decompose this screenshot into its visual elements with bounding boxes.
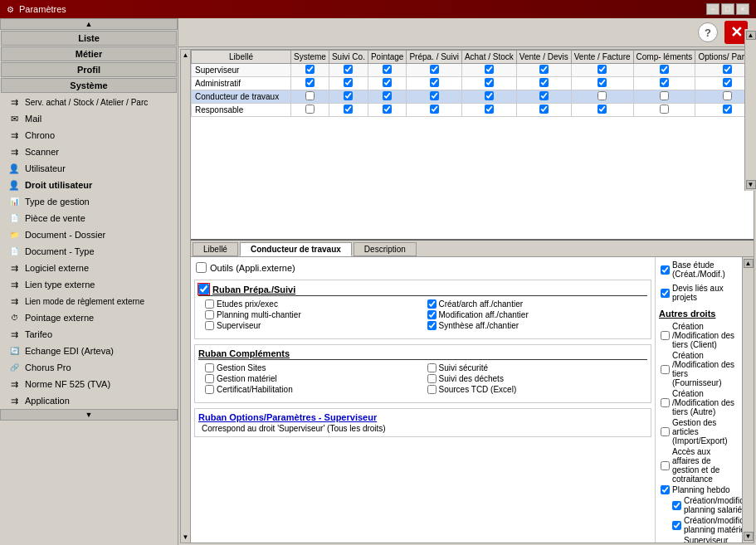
sidebar-item-mail[interactable]: ✉ Mail <box>0 110 178 127</box>
check-superviseur-systeme[interactable] <box>305 65 315 74</box>
check-creation-fournisseur-input[interactable] <box>661 365 670 374</box>
check-cond-systeme[interactable] <box>305 91 315 100</box>
ruban-complements-section: Ruban Compléments Gestion Sites <box>194 344 651 403</box>
left-scroll-up[interactable]: ▲ <box>183 51 189 59</box>
sidebar-scroll-up[interactable]: ▲ <box>0 18 178 30</box>
check-cond-pointage[interactable] <box>383 91 392 100</box>
sidebar-item-scanner[interactable]: ⇉ Scanner <box>0 144 178 160</box>
sidebar-item-utilisateur[interactable]: 👤 Utilisateur <box>0 160 178 177</box>
sidebar-item-piece-vente[interactable]: 📄 Pièce de vente <box>0 210 178 226</box>
sidebar-item-pointage-externe[interactable]: ⏱ Pointage externe <box>0 309 178 326</box>
check-admin-pointage[interactable] <box>383 78 392 87</box>
tab-description[interactable]: Description <box>354 242 417 256</box>
check-superviseur-vente-devis[interactable] <box>539 65 549 74</box>
check-cond-achat[interactable] <box>485 91 494 100</box>
sidebar-item-echange-edi[interactable]: 🔄 Echange EDI (Arteva) <box>0 343 178 359</box>
right-scroll-down[interactable]: ▼ <box>744 532 754 541</box>
sidebar-item-norme-nf[interactable]: ⇉ Norme NF 525 (TVA) <box>0 376 178 392</box>
check-resp-achat[interactable] <box>485 105 494 114</box>
tab-libelle[interactable]: Libellé <box>193 242 238 256</box>
check-creation-client-input[interactable] <box>661 331 670 340</box>
check-admin-suivico[interactable] <box>344 78 353 87</box>
check-planning-multi-input[interactable] <box>205 310 214 319</box>
sidebar-item-droit-utilisateur[interactable]: 👤 Droit utilisateur <box>0 177 178 193</box>
check-admin-achat[interactable] <box>485 78 494 87</box>
minimize-button[interactable]: − <box>706 3 719 15</box>
sidebar-item-chorus-pro[interactable]: 🔗 Chorus Pro <box>0 359 178 376</box>
sidebar-item-lien-mode[interactable]: ⇉ Lien mode de règlement externe <box>0 293 178 309</box>
check-creation-salarie-input[interactable] <box>672 501 681 510</box>
check-acces-affaires-input[interactable] <box>661 461 670 470</box>
check-gestion-articles-input[interactable] <box>661 427 670 436</box>
check-superviseur-prepa[interactable] <box>430 65 439 74</box>
check-modif-aff-input[interactable] <box>427 310 437 319</box>
help-button[interactable]: ? <box>698 22 718 42</box>
check-admin-systeme[interactable] <box>305 78 315 87</box>
sidebar-item-type-gestion[interactable]: 📊 Type de gestion <box>0 193 178 210</box>
sidebar-section-profil[interactable]: Profil <box>1 62 177 77</box>
ruban-prepa-checkbox[interactable] <box>198 284 209 294</box>
sidebar-section-liste[interactable]: Liste <box>1 31 177 46</box>
check-etudes-input[interactable] <box>205 299 214 309</box>
check-sources-tcd-input[interactable] <box>427 385 437 394</box>
check-gestion-sites-input[interactable] <box>205 363 214 372</box>
tab-conducteur[interactable]: Conducteur de travaux <box>240 242 352 256</box>
check-synthese-aff-input[interactable] <box>427 321 437 330</box>
check-resp-comp[interactable] <box>660 105 669 114</box>
tools-checkbox[interactable] <box>196 262 207 273</box>
check-resp-suivico[interactable] <box>344 105 353 114</box>
check-devis-projets-input[interactable] <box>661 289 670 298</box>
check-cond-suivico[interactable] <box>344 91 353 100</box>
check-resp-systeme[interactable] <box>305 105 315 114</box>
check-suivi-securite-input[interactable] <box>427 363 437 372</box>
check-superviseur-achat[interactable] <box>485 65 494 74</box>
check-superviseur-suivico[interactable] <box>344 65 353 74</box>
ruban-options-title[interactable]: Ruban Options/Paramètres - Superviseur <box>198 412 647 422</box>
sidebar-section-systeme[interactable]: Système <box>1 78 177 93</box>
check-resp-prepa[interactable] <box>430 105 439 114</box>
check-creation-autre-input[interactable] <box>661 398 670 407</box>
check-cond-vente-devis[interactable] <box>539 91 549 100</box>
check-resp-pointage[interactable] <box>383 105 392 114</box>
check-superviseur-vente-fact[interactable] <box>597 65 607 74</box>
check-resp-vente-devis[interactable] <box>539 105 549 114</box>
check-certificat-input[interactable] <box>205 385 214 394</box>
sidebar-item-application[interactable]: ⇉ Application <box>0 392 178 409</box>
check-gestion-materiel-input[interactable] <box>205 374 214 383</box>
check-admin-vente-fact[interactable] <box>597 78 607 87</box>
col-header-suivi-co: Suivi Co. <box>329 51 368 64</box>
check-suivi-dechets-input[interactable] <box>427 374 437 383</box>
sidebar-item-document-dossier[interactable]: 📁 Document - Dossier <box>0 226 178 243</box>
check-resp-vente-fact[interactable] <box>597 105 607 114</box>
check-superviseur-comp[interactable] <box>660 65 669 74</box>
check-creation-materiel-input[interactable] <box>672 521 681 530</box>
check-cond-comp[interactable] <box>660 91 669 100</box>
sidebar-section-metier[interactable]: Métier <box>1 46 177 61</box>
check-superviseur-options[interactable] <box>723 65 732 74</box>
check-cond-prepa[interactable] <box>430 91 439 100</box>
maximize-button[interactable]: □ <box>721 3 734 15</box>
sidebar-scroll-down[interactable]: ▼ <box>0 409 178 421</box>
sidebar-item-document-type[interactable]: 📄 Document - Type <box>0 243 178 260</box>
check-superviseur-prepa-input[interactable] <box>205 321 214 330</box>
right-scroll-up[interactable]: ▲ <box>744 259 754 268</box>
close-button[interactable]: × <box>736 3 749 15</box>
check-base-etude-input[interactable] <box>661 265 670 275</box>
check-planning-hebdo-input[interactable] <box>661 485 670 494</box>
sidebar-item-chrono[interactable]: ⇉ Chrono <box>0 127 178 144</box>
check-superviseur-pointage[interactable] <box>383 65 392 74</box>
table-scroll-down[interactable]: ▼ <box>746 180 755 189</box>
sidebar-item-logiciel-externe[interactable]: ⇉ Logiciel externe <box>0 260 178 276</box>
left-scroll-down[interactable]: ▼ <box>183 533 189 541</box>
check-cond-options[interactable] <box>723 91 732 100</box>
sidebar-item-tarifeo[interactable]: ⇉ Tarifeo <box>0 326 178 343</box>
check-admin-prepa[interactable] <box>430 78 439 87</box>
check-creat-arch-input[interactable] <box>427 299 437 309</box>
check-resp-options[interactable] <box>723 105 732 114</box>
sidebar-item-lien-type-externe[interactable]: ⇉ Lien type externe <box>0 276 178 293</box>
check-admin-vente-devis[interactable] <box>539 78 549 87</box>
sidebar-item-serv-achat[interactable]: ⇉ Serv. achat / Stock / Atelier / Parc <box>0 94 178 110</box>
check-cond-vente-fact[interactable] <box>597 91 607 100</box>
check-admin-comp[interactable] <box>660 78 669 87</box>
check-admin-options[interactable] <box>723 78 732 87</box>
